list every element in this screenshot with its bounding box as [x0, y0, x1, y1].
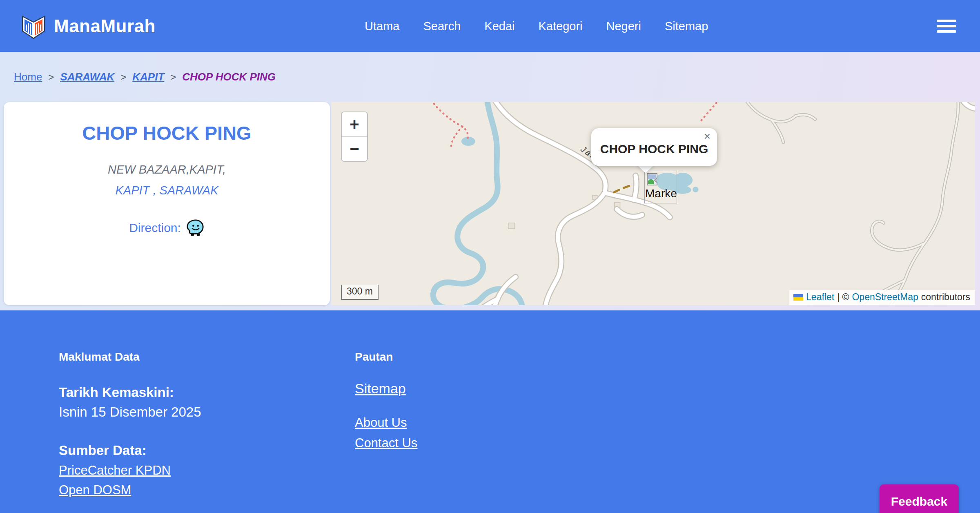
district-link[interactable]: KAPIT [116, 184, 150, 197]
store-location-links: KAPIT , SARAWAK [4, 184, 330, 197]
app-header: ManaMurah Utama Search Kedai Kategori Ne… [0, 0, 980, 52]
zoom-in-button[interactable]: + [342, 112, 367, 137]
breadcrumb-separator: > [48, 71, 54, 83]
footer-link-contact[interactable]: Contact Us [355, 436, 417, 451]
store-card: CHOP HOCK PING NEW BAZAAR,KAPIT, KAPIT ,… [4, 102, 330, 305]
main-nav: Utama Search Kedai Kategori Negeri Sitem… [365, 19, 708, 33]
app-footer: Maklumat Data Tarikh Kemaskini: Isnin 15… [0, 310, 980, 513]
direction-row: Direction: [4, 219, 330, 237]
manamurah-logo-icon [20, 12, 47, 40]
location-separator: , [153, 184, 156, 197]
broken-image-icon [646, 173, 661, 186]
attribution-copyright: | © [837, 292, 849, 303]
footer-link-about[interactable]: About Us [355, 415, 407, 430]
brand[interactable]: ManaMurah [20, 12, 156, 40]
marker-alt-text: Marker [645, 187, 677, 200]
nav-search[interactable]: Search [423, 19, 461, 33]
direction-label: Direction: [129, 221, 181, 235]
attribution-suffix: contributors [921, 292, 970, 303]
track-inner [746, 102, 958, 305]
source-label: Sumber Data: [59, 443, 355, 458]
breadcrumb-home[interactable]: Home [14, 71, 42, 83]
breadcrumb-current: CHOP HOCK PING [182, 71, 276, 83]
footer-links-heading: Pautan [355, 350, 417, 364]
brand-name[interactable]: ManaMurah [54, 16, 156, 36]
footer-data-column: Maklumat Data Tarikh Kemaskini: Isnin 15… [59, 350, 355, 513]
footer-data-heading: Maklumat Data [59, 350, 355, 364]
map-marker[interactable]: Marker [644, 171, 677, 203]
track-casing [746, 102, 958, 305]
road-casing [477, 102, 975, 305]
hamburger-menu-icon[interactable] [934, 17, 959, 35]
nav-kedai[interactable]: Kedai [484, 19, 514, 33]
breadcrumb-state[interactable]: SARAWAK [60, 71, 114, 83]
map-zoom-control: + − [341, 112, 368, 162]
breadcrumb: Home > SARAWAK > KAPIT > CHOP HOCK PING [0, 52, 980, 102]
leaflet-link[interactable]: Leaflet [806, 292, 834, 303]
breadcrumb-separator: > [120, 71, 126, 83]
footer-links-column: Pautan Sitemap About Us Contact Us [355, 350, 417, 513]
popup-close-icon[interactable]: × [704, 131, 710, 142]
zoom-out-button[interactable]: − [342, 137, 367, 161]
path-dashes [614, 185, 631, 192]
footer-link-sitemap[interactable]: Sitemap [355, 381, 406, 397]
waze-icon[interactable] [186, 219, 205, 237]
nav-sitemap[interactable]: Sitemap [665, 19, 708, 33]
main-content: CHOP HOCK PING NEW BAZAAR,KAPIT, KAPIT ,… [4, 102, 975, 305]
river [433, 102, 522, 305]
nav-negeri[interactable]: Negeri [606, 19, 641, 33]
store-title: CHOP HOCK PING [4, 122, 330, 144]
map-scale: 300 m [341, 285, 379, 300]
state-link[interactable]: SARAWAK [160, 184, 218, 197]
lake-islet [693, 187, 698, 192]
osm-link[interactable]: OpenStreetMap [852, 292, 918, 303]
nav-kategori[interactable]: Kategori [538, 19, 582, 33]
breadcrumb-separator: > [170, 71, 176, 83]
road-inner [477, 102, 975, 305]
store-address: NEW BAZAAR,KAPIT, [4, 163, 330, 176]
updated-label: Tarikh Kemaskini: [59, 385, 355, 400]
source-link-opendosm[interactable]: Open DOSM [59, 483, 131, 497]
source-link-pricecatcher[interactable]: PriceCatcher KPDN [59, 463, 171, 478]
map-popup: × CHOP HOCK PING [591, 128, 717, 166]
popup-title: CHOP HOCK PING [591, 142, 717, 156]
map-attribution: Leaflet | © OpenStreetMap contributors [789, 290, 975, 305]
nav-utama[interactable]: Utama [365, 19, 399, 33]
breadcrumb-district[interactable]: KAPIT [132, 71, 164, 83]
map[interactable]: Jalan + − Marker × CHOP HOCK PING [331, 102, 975, 305]
ukraine-flag-icon [793, 294, 803, 301]
updated-value: Isnin 15 Disember 2025 [59, 404, 355, 420]
page: ManaMurah Utama Search Kedai Kategori Ne… [0, 0, 980, 513]
feedback-button[interactable]: Feedback [880, 484, 959, 513]
